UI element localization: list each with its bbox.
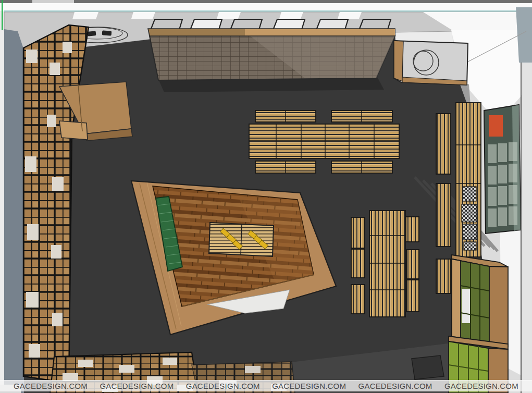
cabinet-left-panel — [394, 41, 403, 81]
display-bench — [436, 259, 451, 293]
locker-cabinets — [449, 255, 508, 393]
locker-side-panel-upper — [489, 266, 508, 347]
green-axis-line — [2, 0, 3, 30]
floor-dark-box — [412, 355, 444, 379]
bench — [406, 217, 419, 242]
watermark-text: GACEDESIGN.COM — [100, 382, 174, 390]
bench — [406, 280, 419, 312]
bench — [351, 249, 365, 278]
top-strip-light-patch — [32, 0, 74, 3]
desk-step — [59, 121, 88, 140]
long-table — [369, 211, 405, 317]
watermark-text: GACEDESIGN.COM — [14, 382, 88, 390]
wall-poster — [484, 105, 521, 234]
left-side-wall — [4, 29, 24, 393]
watermark-bar: GACEDESIGN.COM GACEDESIGN.COM GACEDESIGN… — [0, 380, 532, 391]
bench — [351, 217, 365, 248]
long-table — [249, 124, 399, 158]
display-bench — [436, 183, 451, 247]
rug-object-right — [102, 30, 112, 35]
display-bench — [436, 114, 451, 174]
lattice-top-rail-light — [245, 29, 395, 35]
locker-open-cell — [462, 289, 471, 323]
bench — [351, 285, 365, 314]
watermark-text: GACEDESIGN.COM — [358, 382, 432, 390]
watermark-text: GACEDESIGN.COM — [272, 382, 346, 390]
lattice-panel — [148, 29, 395, 80]
locker-wood-column — [452, 259, 461, 338]
watermark-text: GACEDESIGN.COM — [186, 382, 260, 390]
bench — [406, 250, 419, 279]
service-cabinet — [394, 41, 468, 85]
poster-emblem — [489, 115, 503, 137]
glass-edge-line — [4, 10, 528, 12]
interior-render-scene — [0, 0, 532, 393]
watermark-text: GACEDESIGN.COM — [444, 382, 518, 390]
rug-object-left — [88, 31, 96, 36]
right-outer-strip — [522, 63, 532, 393]
reading-table-vertical — [351, 211, 419, 317]
rendering-canvas: GACEDESIGN.COM GACEDESIGN.COM GACEDESIGN… — [0, 0, 532, 393]
white-band — [0, 3, 532, 11]
